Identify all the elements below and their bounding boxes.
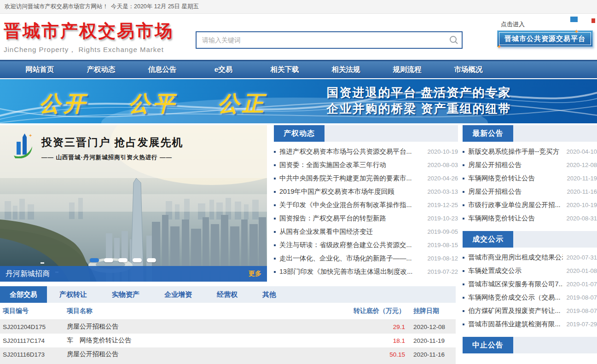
news-item[interactable]: 走出一体化、企业化、市场化的新路子——... 2019-08-12 xyxy=(274,252,458,265)
news-item-title: 国资委：全面实施国企改革三年行动 xyxy=(279,161,386,169)
news-item[interactable]: 从国有企业发展看中国经济变迁 2019-09-05 xyxy=(274,225,458,238)
announcement-item[interactable]: 房屋公开招租公告 2020-12-08 xyxy=(463,158,597,172)
deal-item[interactable]: 伯方煤矿闲置及报废资产转让... 2019-08-07 xyxy=(463,304,597,318)
decoration-red-icon xyxy=(591,18,595,23)
nav-item[interactable]: e交易 xyxy=(193,65,254,75)
transactions-section: 全部交易产权转让实物资产企业增资经营权其他 项目编号 项目名称 转让底价（万元）… xyxy=(0,286,456,364)
deals-section: 成交公示 晋城市商业用房出租成交结果公示 2020-07-31 xyxy=(463,231,597,331)
transaction-tab[interactable]: 实物资产 xyxy=(99,286,152,303)
table-row[interactable]: SJ201116D173 房屋公开招租公告 50.15 2020-11-16 xyxy=(0,347,456,361)
news-item-date: 2020-10-19 xyxy=(424,148,458,155)
news-item-title: 从国有企业发展看中国经济变迁 xyxy=(279,227,373,236)
news-item-date: 2019-12-25 xyxy=(424,202,458,208)
cell-project-name: 房屋公开招租公告 xyxy=(67,323,331,331)
col-listing-date: 挂牌日期 xyxy=(405,307,456,315)
announcements-header: 最新公告 xyxy=(463,125,597,142)
news-item-date: 2020-03-13 xyxy=(424,188,458,195)
main-content: ✦ 投资三晋门户 抢占发展先机 —— 山西晋城·丹河新城招商引资火热进行 —— … xyxy=(0,125,597,364)
table-row[interactable]: SJ201204D175 房屋公开招租公告 29.1 2020-12-08 xyxy=(0,320,456,334)
cell-project-id: SJ201116D173 xyxy=(0,351,67,358)
news-item[interactable]: 国资委：全面实施国企改革三年行动 2020-08-03 xyxy=(274,158,458,172)
news-item[interactable]: 中共中央国务院关于构建更加完善的要素市... 2020-04-26 xyxy=(274,172,458,185)
announcement-item[interactable]: 新版交易系统操作手册--竞买方 2020-04-10 xyxy=(463,145,597,158)
nav-item[interactable]: 相关下载 xyxy=(254,65,315,75)
announcement-item[interactable]: 车辆网络竞价转让公告 2020-11-19 xyxy=(463,172,597,185)
news-item-date: 2019-09-05 xyxy=(424,228,458,235)
transaction-tab[interactable]: 其他 xyxy=(250,286,289,303)
decoration-blue-icon xyxy=(570,17,578,22)
more-link[interactable]: 更多 xyxy=(249,270,261,278)
nav-item[interactable]: 信息公告 xyxy=(132,65,193,75)
news-item[interactable]: 关注与研读：省级政府整合建立公共资源交... 2019-08-15 xyxy=(274,238,458,252)
carousel-dot[interactable] xyxy=(147,258,156,262)
deal-item[interactable]: 晋城市城区保安服务有限公司7... 2020-01-07 xyxy=(463,277,597,291)
bullet-icon xyxy=(274,151,276,153)
carousel-dot[interactable] xyxy=(118,258,128,262)
carousel-dot[interactable] xyxy=(90,258,99,262)
nav-item[interactable]: 市场概况 xyxy=(438,65,499,75)
header-strip xyxy=(513,231,597,248)
cell-project-id: SJ201117C174 xyxy=(0,337,67,344)
bullet-icon xyxy=(274,204,276,206)
deal-title: 车辆网络竞价成交公示（交易... xyxy=(468,293,561,302)
header-strip xyxy=(513,125,597,142)
nav-item[interactable]: 产权动态 xyxy=(70,65,132,75)
suspension-title-tab: 中止公告 xyxy=(463,337,513,353)
announcement-date: 2020-12-08 xyxy=(563,162,597,168)
bullet-icon xyxy=(463,324,464,325)
carousel-overlay: ✦ 投资三晋门户 抢占发展先机 —— 山西晋城·丹河新城招商引资火热进行 —— xyxy=(13,133,183,162)
announcement-date: 2020-11-19 xyxy=(563,175,597,182)
nav-item[interactable]: 规则流程 xyxy=(377,65,438,75)
deal-item[interactable]: 车辆网络竞价成交公示（交易... 2019-08-07 xyxy=(463,291,597,304)
deal-title: 晋城市商业用房出租成交结果公示 xyxy=(468,253,563,262)
transaction-tab[interactable]: 企业增资 xyxy=(152,286,204,303)
news-item-date: 2019-10-23 xyxy=(424,215,458,222)
carousel-slide[interactable]: ✦ 投资三晋门户 抢占发展先机 —— 山西晋城·丹河新城招商引资火热进行 —— … xyxy=(0,125,267,282)
news-item[interactable]: 国资报告：产权交易平台的转型新路 2019-10-23 xyxy=(274,212,458,225)
announcement-item[interactable]: 市级行政事业单位房屋公开招... 2020-10-19 xyxy=(463,198,597,212)
suspension-header: 中止公告 xyxy=(463,337,597,353)
slogan-text: 公平 xyxy=(128,89,177,118)
announcement-date: 2020-04-10 xyxy=(563,148,597,155)
deal-date: 2020-07-31 xyxy=(563,254,597,261)
cell-project-name: 车 网络竞价转让公告 xyxy=(67,336,331,345)
announcement-item[interactable]: 车辆网络竞价转让公告 2020-08-31 xyxy=(463,212,597,225)
header: 晋城市产权交易市场 JinCheng Property， Rights Exch… xyxy=(0,14,597,60)
table-row[interactable]: SJ201117C174 车 网络竞价转让公告 18.1 2020-11-19 xyxy=(0,334,456,347)
nav-item[interactable]: 网站首页 xyxy=(9,65,70,75)
deal-item[interactable]: 晋城市固基伟业建筑检测有限... 2019-07-29 xyxy=(463,318,597,331)
carousel-subtitle: —— 山西晋城·丹河新城招商引资火热进行 —— xyxy=(41,154,183,162)
news-list: 推进产权交易资本市场与公共资源交易平台... 2020-10-19 国资委：全面… xyxy=(274,145,458,278)
deals-header: 成交公示 xyxy=(463,231,597,248)
news-item[interactable]: 13部门印发《加快完善市场主体退出制度改... 2019-07-22 xyxy=(274,265,458,278)
news-item-date: 2020-08-03 xyxy=(424,162,458,168)
bullet-icon xyxy=(274,178,276,179)
search-box xyxy=(196,31,463,49)
tagline-line2: 企业并购的桥梁 资产重组的纽带 xyxy=(313,101,525,117)
announcements-section: 最新公告 新版交易系统操作手册--竞买方 2020-04-10 xyxy=(463,125,597,225)
transaction-tab[interactable]: 经营权 xyxy=(204,286,250,303)
search-input[interactable] xyxy=(197,36,446,44)
carousel-caption: 丹河新城招商 更多 xyxy=(0,266,267,282)
news-item[interactable]: 2019年中国产权交易资本市场年度回顾 2020-03-13 xyxy=(274,185,458,198)
announcement-date: 2020-11-16 xyxy=(563,188,597,195)
search-icon[interactable] xyxy=(446,35,462,45)
deal-item[interactable]: 晋城市商业用房出租成交结果公示 2020-07-31 xyxy=(463,251,597,264)
bullet-icon xyxy=(463,257,464,259)
news-item[interactable]: 关于印发《中央企业混合所有制改革操作指... 2019-12-25 xyxy=(274,198,458,212)
news-item-title: 国资报告：产权交易平台的转型新路 xyxy=(279,214,386,223)
bullet-icon xyxy=(274,218,276,220)
transaction-tab[interactable]: 产权转让 xyxy=(47,286,99,303)
nav-item[interactable]: 相关法规 xyxy=(315,65,377,75)
news-item-title: 推进产权交易资本市场与公共资源交易平台... xyxy=(279,147,412,156)
deal-item[interactable]: 车辆处置成交公示 2020-01-08 xyxy=(463,264,597,277)
carousel-dot[interactable] xyxy=(104,258,113,262)
logo-title: 晋城市产权交易市场 xyxy=(4,19,174,43)
public-resource-platform-button[interactable]: 晋城市公共资源交易平台 ✦ ✦ xyxy=(497,30,593,47)
announcement-item[interactable]: 房屋公开招租公告 2020-11-16 xyxy=(463,185,597,198)
transaction-tab[interactable]: 全部交易 xyxy=(0,286,47,303)
news-item[interactable]: 推进产权交易资本市场与公共资源交易平台... 2020-10-19 xyxy=(274,145,458,158)
carousel-dot[interactable] xyxy=(133,258,142,262)
col-base-price: 转让底价（万元） xyxy=(331,307,405,315)
bullet-icon xyxy=(274,164,276,166)
